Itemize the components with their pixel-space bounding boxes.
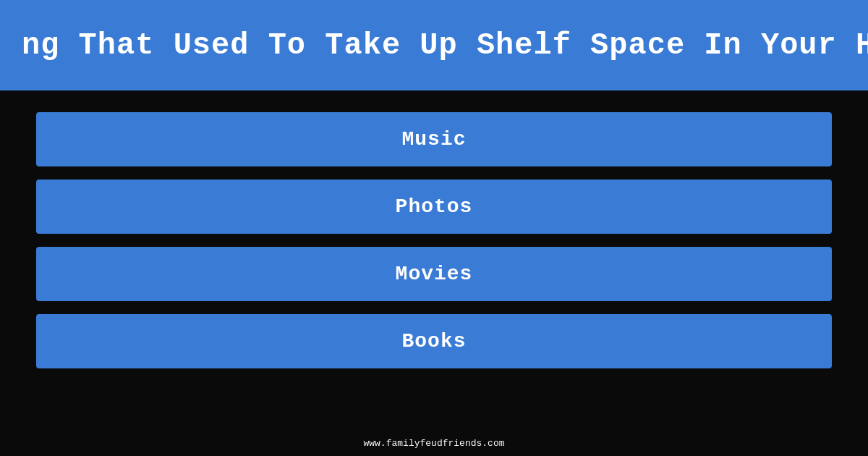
header-bar: ng That Used To Take Up Shelf Space In Y… bbox=[0, 0, 868, 90]
answer-label-2: Photos bbox=[396, 195, 473, 218]
question-title: ng That Used To Take Up Shelf Space In Y… bbox=[22, 28, 868, 63]
answer-button-1[interactable]: Music bbox=[36, 112, 832, 166]
answer-label-3: Movies bbox=[396, 263, 473, 285]
answers-container: MusicPhotosMoviesBooks bbox=[0, 90, 868, 431]
answer-label-4: Books bbox=[401, 330, 466, 352]
answer-button-3[interactable]: Movies bbox=[36, 247, 832, 301]
answer-button-4[interactable]: Books bbox=[36, 314, 832, 368]
answer-label-1: Music bbox=[401, 128, 466, 151]
answer-button-2[interactable]: Photos bbox=[36, 180, 832, 234]
footer: www.familyfeudfriends.com bbox=[0, 431, 868, 456]
footer-text: www.familyfeudfriends.com bbox=[363, 438, 504, 449]
